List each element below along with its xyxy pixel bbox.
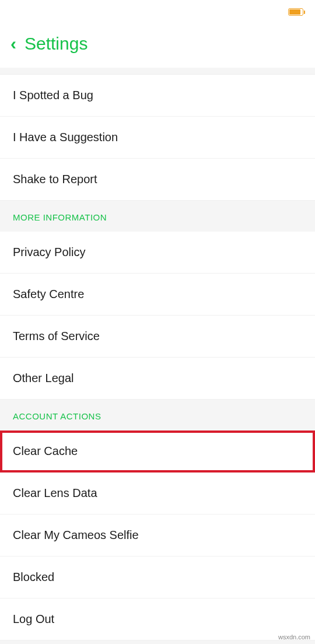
list-item-label: I Have a Suggestion [13, 131, 118, 144]
list-item-label: Blocked [13, 570, 54, 583]
item-clear-lens-data[interactable]: Clear Lens Data [0, 473, 315, 514]
item-spotted-bug[interactable]: I Spotted a Bug [0, 75, 315, 117]
list-item-label: Privacy Policy [13, 246, 85, 258]
item-clear-cameos-selfie[interactable]: Clear My Cameos Selfie [0, 514, 315, 556]
list-item-label: Shake to Report [13, 173, 97, 186]
item-suggestion[interactable]: I Have a Suggestion [0, 117, 315, 159]
list-item-label: Safety Centre [13, 288, 84, 300]
list-item-label: Terms of Service [13, 330, 100, 342]
list-item-label: Other Legal [13, 372, 74, 384]
list-item-label: Clear My Cameos Selfie [13, 528, 139, 541]
list-item-label: I Spotted a Bug [13, 89, 93, 102]
list-item-label: Log Out [13, 612, 54, 625]
item-clear-cache[interactable]: Clear Cache [0, 430, 315, 473]
item-log-out[interactable]: Log Out [0, 598, 315, 640]
item-blocked[interactable]: Blocked [0, 556, 315, 598]
item-safety-centre[interactable]: Safety Centre [0, 274, 315, 316]
section-account-actions: ACCOUNT ACTIONS [0, 400, 315, 430]
battery-icon [288, 8, 303, 16]
divider [0, 68, 315, 75]
watermark: wsxdn.com [278, 634, 310, 640]
status-bar [0, 0, 315, 23]
item-other-legal[interactable]: Other Legal [0, 358, 315, 400]
section-more-information: MORE INFORMATION [0, 201, 315, 232]
list-item-label: Clear Lens Data [13, 487, 97, 499]
item-shake-report[interactable]: Shake to Report [0, 159, 315, 201]
page-title: Settings [24, 34, 88, 54]
footer: Snapchat v10.84.5.0 Made in Los Angeles [0, 640, 315, 644]
item-privacy-policy[interactable]: Privacy Policy [0, 232, 315, 274]
list-item-label: Clear Cache [13, 444, 78, 457]
item-terms-of-service[interactable]: Terms of Service [0, 316, 315, 358]
back-icon[interactable]: ‹ [10, 35, 16, 52]
header: ‹ Settings [0, 23, 315, 68]
